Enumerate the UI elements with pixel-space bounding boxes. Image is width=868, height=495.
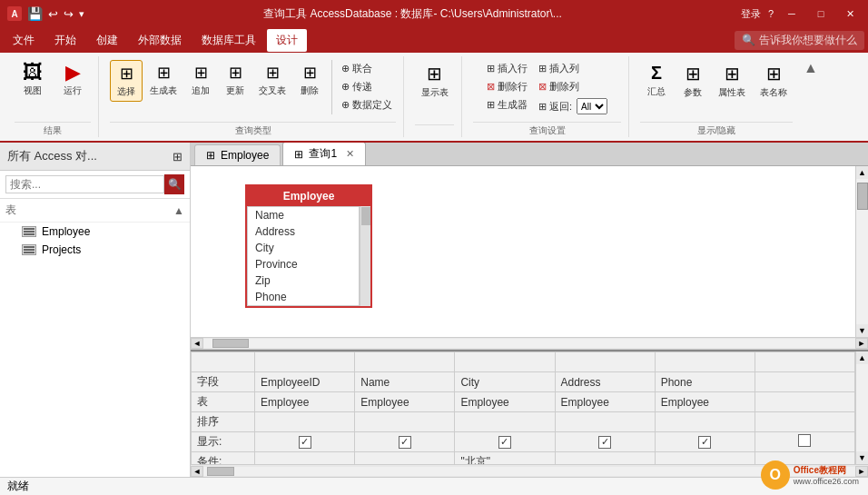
grid-cell-sort-3[interactable] (455, 412, 555, 432)
view-button[interactable]: 🖼 视图 (15, 60, 51, 100)
grid-vscroll-up[interactable]: ▲ (856, 351, 868, 364)
grid-cell-field-4[interactable]: Address (555, 372, 655, 392)
undo-icon[interactable]: ↩ (48, 7, 58, 21)
grid-cell-sort-6[interactable] (755, 412, 854, 432)
grid-cell-table-2[interactable]: Employee (355, 392, 455, 412)
grid-cell-sort-4[interactable] (555, 412, 655, 432)
tab-query1[interactable]: ⊞ 查询1 ✕ (282, 143, 366, 165)
grid-cell-field-5[interactable]: Phone (655, 372, 755, 392)
ribbon-search-input[interactable]: 告诉我你想要做什么 (759, 33, 857, 48)
grid-col-header-5[interactable] (655, 352, 755, 372)
make-table-button[interactable]: ⊞ 生成表 (144, 60, 182, 100)
grid-col-header-4[interactable] (555, 352, 655, 372)
grid-cell-show-3[interactable] (455, 432, 555, 452)
menu-db-tools[interactable]: 数据库工具 (192, 29, 265, 52)
union-button[interactable]: ⊕ 联合 (338, 60, 396, 77)
help-button[interactable]: ? (768, 8, 774, 19)
append-button[interactable]: ⊞ 追加 (184, 60, 217, 100)
show-checkbox-4[interactable] (598, 436, 611, 449)
totals-button[interactable]: Σ 汇总 (640, 60, 673, 101)
property-sheet-button[interactable]: ⊞ 属性表 (713, 60, 751, 102)
select-button[interactable]: ⊞ 选择 (110, 60, 143, 102)
grid-cell-sort-5[interactable] (655, 412, 755, 432)
hscroll-right-button[interactable]: ► (855, 338, 868, 349)
sidebar-search-input[interactable] (5, 175, 164, 193)
return-select[interactable]: All 5 25 (577, 98, 607, 114)
field-address[interactable]: Address (248, 223, 359, 240)
grid-col-header-6[interactable] (755, 352, 854, 372)
redo-icon[interactable]: ↪ (64, 7, 74, 21)
delete-button[interactable]: ⊞ 删除 (293, 60, 326, 100)
run-button[interactable]: ▶ 运行 (54, 60, 91, 100)
grid-cell-sort-2[interactable] (355, 412, 455, 432)
grid-cell-show-4[interactable] (555, 432, 655, 452)
return-button[interactable]: ⊞ 返回: All 5 25 (535, 96, 611, 116)
grid-hscroll-left[interactable]: ◄ (191, 466, 203, 477)
minimize-button[interactable]: ─ (781, 5, 803, 23)
grid-hscroll-thumb[interactable] (207, 467, 234, 476)
menu-create[interactable]: 创建 (87, 29, 127, 52)
insert-col-button[interactable]: ⊞ 插入列 (535, 60, 611, 77)
passthrough-button[interactable]: ⊕ 传递 (338, 78, 396, 95)
sidebar-item-employee[interactable]: Employee (0, 223, 190, 241)
vscroll-down-button[interactable]: ▼ (856, 324, 868, 337)
field-province[interactable]: Province (248, 256, 359, 272)
hscroll-left-button[interactable]: ◄ (191, 338, 203, 349)
show-checkbox-5[interactable] (698, 436, 711, 449)
sidebar-item-projects[interactable]: Projects (0, 241, 190, 259)
menu-file[interactable]: 文件 (4, 29, 44, 52)
grid-cell-table-4[interactable]: Employee (555, 392, 655, 412)
update-button[interactable]: ⊞ 更新 (219, 60, 252, 100)
show-checkbox-3[interactable] (498, 436, 511, 449)
close-button[interactable]: ✕ (839, 5, 861, 23)
sidebar-section-collapse[interactable]: ▲ (173, 204, 184, 217)
grid-cell-show-1[interactable] (255, 432, 355, 452)
show-checkbox-6[interactable] (798, 434, 811, 447)
save-icon[interactable]: 💾 (27, 6, 43, 21)
tab-employee[interactable]: ⊞ Employee (194, 144, 281, 165)
menu-start[interactable]: 开始 (45, 29, 85, 52)
show-checkbox-1[interactable] (299, 436, 311, 449)
grid-cell-show-2[interactable] (355, 432, 455, 452)
grid-cell-criteria-5[interactable] (655, 452, 755, 465)
field-city[interactable]: City (248, 240, 359, 256)
grid-col-header-1[interactable] (255, 352, 355, 372)
table-names-button[interactable]: ⊞ 表名称 (755, 60, 793, 102)
crosstab-button[interactable]: ⊞ 交叉表 (253, 60, 291, 100)
query1-close-button[interactable]: ✕ (346, 148, 354, 160)
vscroll-up-button[interactable]: ▲ (856, 166, 868, 179)
builder-button[interactable]: ⊞ 生成器 (483, 96, 531, 114)
insert-row-button[interactable]: ⊞ 插入行 (483, 60, 531, 77)
grid-cell-criteria-2[interactable] (355, 452, 455, 465)
field-zip[interactable]: Zip (248, 272, 359, 289)
grid-cell-criteria-3[interactable]: "北京" (455, 452, 555, 465)
login-button[interactable]: 登录 (741, 7, 761, 21)
sidebar-menu-icon[interactable]: ⊞ (173, 150, 182, 163)
grid-cell-field-3[interactable]: City (455, 372, 555, 392)
field-phone[interactable]: Phone (248, 289, 359, 305)
grid-cell-field-6[interactable] (755, 372, 854, 392)
sidebar-search-button[interactable]: 🔍 (164, 174, 184, 194)
data-definition-button[interactable]: ⊕ 数据定义 (338, 96, 396, 114)
grid-cell-field-2[interactable]: Name (355, 372, 455, 392)
params-button[interactable]: ⊞ 参数 (676, 60, 709, 102)
show-table-button[interactable]: ⊞ 显示表 (416, 60, 454, 102)
grid-col-header-3[interactable] (455, 352, 555, 372)
grid-col-header-2[interactable] (355, 352, 455, 372)
grid-cell-table-6[interactable] (755, 392, 854, 412)
grid-cell-table-1[interactable]: Employee (255, 392, 355, 412)
delete-col-button[interactable]: ⊠ 删除列 (535, 78, 611, 95)
grid-cell-criteria-1[interactable] (255, 452, 355, 465)
grid-cell-criteria-4[interactable] (555, 452, 655, 465)
menu-design[interactable]: 设计 (267, 29, 307, 52)
grid-cell-show-5[interactable] (655, 432, 755, 452)
grid-cell-show-6[interactable] (755, 432, 854, 452)
field-name[interactable]: Name (248, 207, 359, 223)
restore-button[interactable]: □ (810, 5, 832, 23)
grid-cell-table-5[interactable]: Employee (655, 392, 755, 412)
hscroll-thumb[interactable] (212, 339, 249, 348)
grid-cell-sort-1[interactable] (255, 412, 355, 432)
menu-external-data[interactable]: 外部数据 (129, 29, 191, 52)
delete-row-button[interactable]: ⊠ 删除行 (483, 78, 531, 95)
show-checkbox-2[interactable] (399, 436, 411, 449)
